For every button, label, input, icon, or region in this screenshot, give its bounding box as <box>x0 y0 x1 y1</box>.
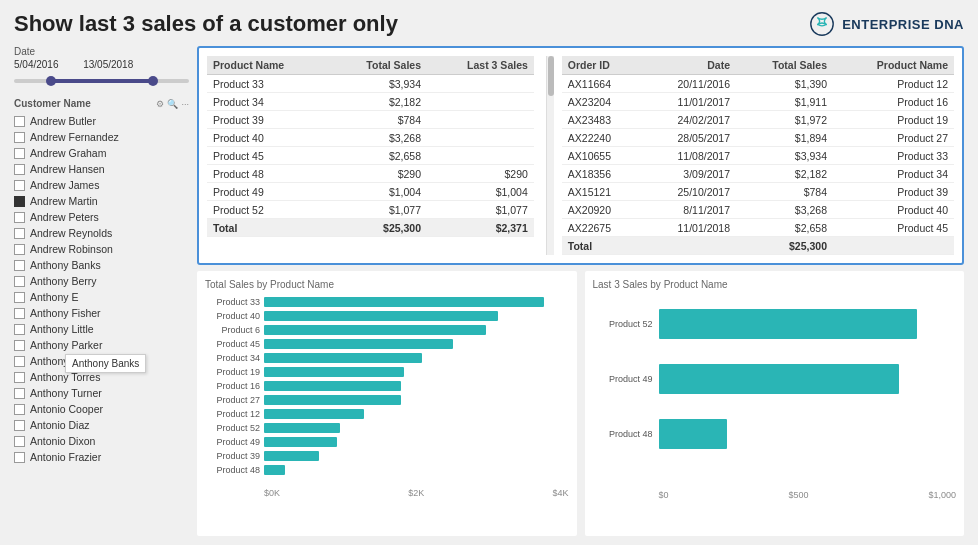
customer-item[interactable]: Andrew Martin <box>14 193 189 209</box>
customer-name: Andrew Graham <box>30 147 106 159</box>
customer-item[interactable]: Anthony Banks <box>14 257 189 273</box>
col-total-sales-r: Total Sales <box>736 56 833 75</box>
scrollbar-thumb[interactable] <box>548 56 554 96</box>
customer-item[interactable]: Anthony Little <box>14 321 189 337</box>
main-area: Product Name Total Sales Last 3 Sales Pr… <box>197 46 964 536</box>
customer-checkbox[interactable] <box>14 452 25 463</box>
bar-track <box>264 297 569 307</box>
customer-item[interactable]: Anthony Berry <box>14 273 189 289</box>
cell-date: 25/10/2017 <box>642 183 736 201</box>
customer-item[interactable]: Anthony E <box>14 289 189 305</box>
customer-checkbox[interactable] <box>14 164 25 175</box>
customer-checkbox[interactable] <box>14 228 25 239</box>
customer-item[interactable]: Andrew Robinson <box>14 241 189 257</box>
cell-last3: $1,077 <box>427 201 534 219</box>
customer-item[interactable]: Andrew Fernandez <box>14 129 189 145</box>
bar-track <box>659 364 957 394</box>
customer-item[interactable]: Andrew Hansen <box>14 161 189 177</box>
customer-checkbox[interactable] <box>14 420 25 431</box>
bar-fill <box>264 339 453 349</box>
col-product-name-r: Product Name <box>833 56 954 75</box>
customer-checkbox[interactable] <box>14 116 25 127</box>
bar-track <box>659 309 957 339</box>
bar-track <box>264 409 569 419</box>
customer-item[interactable]: Andrew Peters <box>14 209 189 225</box>
date-start: 5/04/2016 <box>14 59 59 70</box>
customer-checkbox[interactable] <box>14 180 25 191</box>
cell-total-order: Total <box>562 237 642 255</box>
customer-item[interactable]: Andrew James <box>14 177 189 193</box>
cell-product-r: Product 34 <box>833 165 954 183</box>
tables-area: Product Name Total Sales Last 3 Sales Pr… <box>197 46 964 265</box>
customer-name: Antonio Dixon <box>30 435 95 447</box>
customer-checkbox[interactable] <box>14 404 25 415</box>
customer-checkbox[interactable] <box>14 260 25 271</box>
filter-icon[interactable]: ⚙ <box>156 99 164 109</box>
cell-order: AX23204 <box>562 93 642 111</box>
customer-checkbox[interactable] <box>14 324 25 335</box>
left-table: Product Name Total Sales Last 3 Sales Pr… <box>207 56 534 237</box>
customer-checkbox[interactable] <box>14 292 25 303</box>
tooltip: Anthony Banks <box>65 354 146 373</box>
customer-item[interactable]: Andrew Butler <box>14 113 189 129</box>
left-bar-chart: Product 33Product 40Product 6Product 45P… <box>205 296 569 486</box>
table-scrollbar[interactable] <box>546 56 554 255</box>
table-row: AX1065511/08/2017$3,934Product 33 <box>562 147 954 165</box>
customer-name: Anthony Parker <box>30 339 102 351</box>
customer-name: Andrew Martin <box>30 195 98 207</box>
cell-date: 11/01/2018 <box>642 219 736 237</box>
date-slider-thumb-right[interactable] <box>148 76 158 86</box>
bar-row: Product 45 <box>205 338 569 350</box>
bar-row: Product 49 <box>593 361 957 396</box>
more-icon[interactable]: ··· <box>181 99 189 109</box>
customer-checkbox[interactable] <box>14 148 25 159</box>
customer-name: Antonio Diaz <box>30 419 90 431</box>
customer-checkbox[interactable] <box>14 212 25 223</box>
cell-last3: $290 <box>427 165 534 183</box>
cell-product-r: Product 27 <box>833 129 954 147</box>
date-slider-thumb-left[interactable] <box>46 76 56 86</box>
customer-checkbox[interactable] <box>14 340 25 351</box>
customer-item[interactable]: Andrew Graham <box>14 145 189 161</box>
customer-checkbox[interactable] <box>14 308 25 319</box>
customer-checkbox[interactable] <box>14 436 25 447</box>
customer-checkbox[interactable] <box>14 244 25 255</box>
table-row: AX1166420/11/2016$1,390Product 12 <box>562 75 954 93</box>
date-slider-fill <box>49 79 154 83</box>
bar-track <box>264 311 569 321</box>
customer-checkbox[interactable] <box>14 132 25 143</box>
cell-date: 28/05/2017 <box>642 129 736 147</box>
customer-item[interactable]: Anthony Parker <box>14 337 189 353</box>
customer-checkbox[interactable] <box>14 372 25 383</box>
logo-area: ENTERPRISE DNA <box>808 10 964 38</box>
bar-fill <box>264 353 422 363</box>
svg-point-0 <box>811 13 833 35</box>
customer-item[interactable]: Antonio Dixon <box>14 433 189 449</box>
bar-label: Product 6 <box>205 325 260 335</box>
customer-checkbox[interactable] <box>14 388 25 399</box>
bar-row: Product 12 <box>205 408 569 420</box>
search-icon[interactable]: 🔍 <box>167 99 178 109</box>
customer-checkbox[interactable] <box>14 196 25 207</box>
customer-item[interactable]: Andrew Reynolds <box>14 225 189 241</box>
customer-item[interactable]: Antonio Frazier <box>14 449 189 465</box>
bar-label: Product 52 <box>205 423 260 433</box>
bar-row: Product 33 <box>205 296 569 308</box>
table-row: Product 33$3,934 <box>207 75 534 93</box>
customer-item[interactable]: Antonio Diaz <box>14 417 189 433</box>
customer-item[interactable]: Antonio Cooper <box>14 401 189 417</box>
customer-item[interactable]: Anthony Fisher <box>14 305 189 321</box>
cell-total-r: $1,894 <box>736 129 833 147</box>
customer-checkbox[interactable] <box>14 276 25 287</box>
cell-order: AX20920 <box>562 201 642 219</box>
date-range: 5/04/2016 13/05/2018 <box>14 59 189 70</box>
cell-total: $1,004 <box>329 183 427 201</box>
table-row: Product 52$1,077$1,077 <box>207 201 534 219</box>
bar-label: Product 52 <box>593 319 653 329</box>
date-slider-container[interactable] <box>14 74 189 88</box>
customer-checkbox[interactable] <box>14 356 25 367</box>
cell-total: $3,934 <box>329 75 427 93</box>
customer-item[interactable]: Anthony Turner <box>14 385 189 401</box>
cell-total-total-r: $25,300 <box>736 237 833 255</box>
bar-label: Product 39 <box>205 451 260 461</box>
